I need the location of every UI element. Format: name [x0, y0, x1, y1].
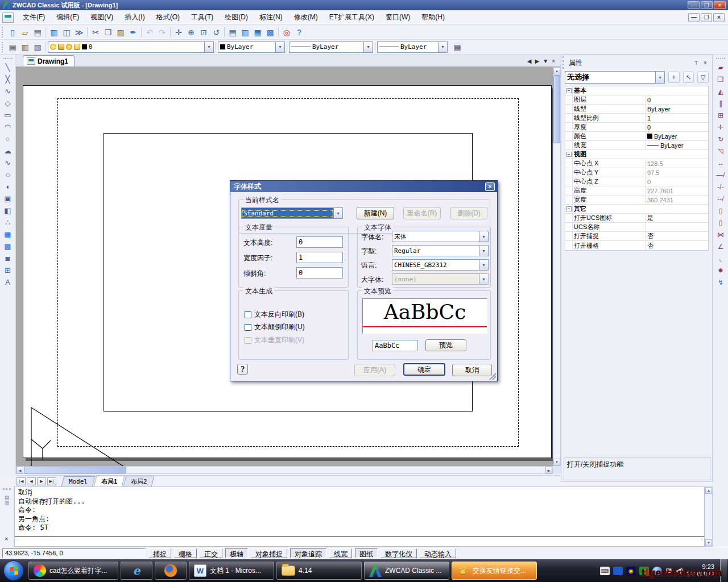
prop-row[interactable]: 打开捕捉否 — [565, 232, 708, 241]
dialog-close-icon[interactable]: × — [485, 182, 495, 191]
cancel-button[interactable]: 取消 — [452, 364, 492, 376]
prop-section[interactable]: −基本 — [565, 86, 708, 95]
selection-combo[interactable]: 无选择 ▾ — [565, 71, 665, 84]
break-icon[interactable]: ▯ — [714, 217, 727, 228]
toggle-otrack[interactable]: 对象追踪 — [290, 548, 326, 558]
chevron-down-icon[interactable]: ▾ — [479, 260, 488, 270]
ellipse-arc-icon[interactable]: ◖ — [2, 181, 14, 193]
region-icon[interactable]: ◙ — [2, 252, 14, 264]
language-combo[interactable]: CHINESE_GB2312 ▾ — [392, 259, 489, 271]
paste-icon[interactable]: ▨ — [114, 26, 127, 39]
find-icon[interactable]: ◎ — [280, 26, 293, 39]
menu-express-tools[interactable]: ET扩展工具(X) — [324, 10, 380, 24]
join-icon[interactable]: ⋈ — [714, 228, 727, 240]
match-properties-icon[interactable]: ✒ — [127, 26, 139, 39]
prop-row[interactable]: 线宽ByLayer — [565, 141, 708, 150]
table-icon[interactable]: ⊞ — [2, 264, 14, 276]
construction-line-icon[interactable]: ╳ — [2, 73, 14, 85]
scroll-right-icon[interactable]: ▶ — [545, 467, 552, 473]
spline-icon[interactable]: ∿ — [2, 157, 14, 169]
tab-model[interactable]: Model — [61, 476, 96, 487]
quick-select-icon[interactable]: + — [668, 72, 680, 83]
prop-row[interactable]: 线型ByLayer — [565, 105, 708, 114]
vertical-scrollbar[interactable]: ▲ ▼ — [553, 67, 561, 466]
horizontal-scrollbar[interactable]: ◀ ▶ — [16, 466, 553, 474]
chevron-down-icon[interactable]: ▾ — [204, 42, 213, 52]
menu-insert[interactable]: 插入(I) — [119, 10, 150, 24]
polygon-icon[interactable]: ◇ — [2, 97, 14, 109]
coordinates-readout[interactable]: 43.9623, -15.7456, 0 — [2, 548, 146, 558]
doc-tab-prev-icon[interactable]: ◀ — [527, 58, 532, 64]
undo-icon[interactable]: ↶ — [143, 26, 156, 39]
erase-icon[interactable]: ▰ — [714, 61, 727, 73]
menu-view[interactable]: 视图(V) — [85, 10, 119, 24]
dialog-resize-grip[interactable] — [489, 373, 496, 380]
tab-layout2[interactable]: 布局2 — [123, 476, 155, 487]
command-history[interactable]: 取消 自动保存打开的图... 命令: 另一角点: 命令: ST — [15, 487, 704, 537]
lineweight-combo[interactable]: ByLayer ▾ — [377, 41, 448, 53]
zoom-previous-icon[interactable]: ↺ — [210, 26, 222, 39]
match-properties2-icon[interactable]: ↯ — [714, 276, 727, 288]
chevron-down-icon[interactable]: ▾ — [333, 208, 342, 218]
pin-icon[interactable]: ⊤ — [692, 59, 701, 66]
menu-help[interactable]: 帮助(H) — [416, 10, 450, 24]
taskbar-item-chat[interactable]: ♛ 交换友情链接交... — [452, 562, 537, 580]
line-icon[interactable]: ╲ — [2, 61, 14, 73]
layer-plot-icon[interactable] — [74, 44, 80, 50]
command-scrollbar[interactable]: ▲ ▼ — [705, 487, 713, 547]
extend-icon[interactable]: --/ — [714, 193, 727, 205]
polyline-icon[interactable]: ∿ — [2, 85, 14, 97]
print-icon[interactable]: ▥ — [48, 26, 60, 39]
zoom-window-icon[interactable]: ⊡ — [197, 26, 210, 39]
trim-icon[interactable]: -/- — [714, 181, 727, 193]
layer-manager-icon[interactable]: ▤ — [6, 41, 19, 53]
toolbar-grip[interactable] — [716, 58, 725, 59]
calculator-icon[interactable]: ▦ — [451, 41, 464, 53]
prop-row[interactable]: 中心点 Y97.5 — [565, 168, 708, 177]
scroll-up-icon[interactable]: ▲ — [553, 68, 560, 74]
taskbar-item-browser-cad[interactable]: cad怎么竖着打字... — [28, 562, 118, 580]
design-center-icon[interactable]: ▥ — [239, 26, 251, 39]
make-block-icon[interactable]: ◧ — [2, 205, 14, 217]
point-icon[interactable]: ∴ — [2, 217, 14, 228]
new-style-button[interactable]: 新建(N) — [357, 207, 394, 219]
mirror-icon[interactable]: ◭ — [714, 85, 727, 97]
menu-tools[interactable]: 工具(T) — [185, 10, 219, 24]
chevron-down-icon[interactable]: ▾ — [655, 72, 664, 83]
layer-freeze-icon[interactable] — [66, 44, 72, 50]
hscroll-thumb[interactable] — [24, 467, 126, 473]
layer-states-icon[interactable]: ▥ — [19, 41, 31, 53]
chevron-down-icon[interactable]: ▾ — [275, 42, 284, 52]
tab-layout1[interactable]: 布局1 — [94, 476, 125, 487]
chevron-down-icon[interactable]: ▾ — [479, 231, 488, 242]
width-factor-field[interactable] — [296, 252, 343, 263]
prop-row[interactable]: 图层0 — [565, 95, 708, 105]
quick-calc-icon[interactable]: ▩ — [264, 26, 276, 39]
big-font-combo[interactable]: (none) ▾ — [392, 273, 489, 285]
taskbar-item-ie[interactable]: e — [121, 562, 152, 580]
pan-icon[interactable]: ✛ — [172, 26, 185, 39]
open-icon[interactable]: ▱ — [19, 26, 31, 39]
select-objects-icon[interactable]: ↖ — [683, 72, 694, 83]
close-button[interactable]: × — [714, 1, 726, 9]
chamfer-icon[interactable]: ∠ — [714, 240, 727, 252]
prop-row[interactable]: 中心点 Z0 — [565, 177, 708, 186]
copy-object-icon[interactable]: ❐ — [714, 73, 727, 85]
fillet-icon[interactable]: ◟ — [714, 252, 727, 264]
save-icon[interactable]: ▤ — [31, 26, 44, 39]
menu-format[interactable]: 格式(O) — [151, 10, 185, 24]
layout-last-icon[interactable]: ▶∣ — [47, 477, 56, 485]
taskbar-item-folder[interactable]: 4.14 — [276, 562, 362, 580]
array-icon[interactable]: ⊞ — [714, 109, 727, 121]
scale-icon[interactable]: ◹ — [714, 145, 727, 157]
chevron-down-icon[interactable]: ▾ — [438, 42, 447, 52]
doc-close-icon[interactable]: × — [552, 58, 555, 64]
linetype-combo[interactable]: ByLayer ▾ — [289, 41, 373, 53]
hatch-icon[interactable]: ▦ — [2, 228, 14, 240]
prop-row[interactable]: 厚度0 — [565, 123, 708, 132]
tray-messenger-icon[interactable] — [613, 567, 623, 575]
copy-icon[interactable]: ❐ — [102, 26, 114, 39]
break-at-point-icon[interactable]: ▯ — [714, 205, 727, 217]
layer-lock-icon[interactable] — [58, 44, 64, 50]
prop-row[interactable]: UCS名称 — [565, 223, 708, 232]
